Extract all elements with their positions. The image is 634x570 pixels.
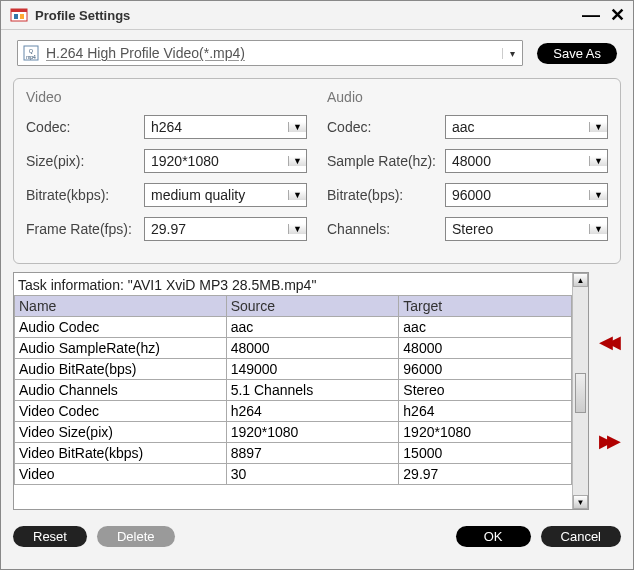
cell-source: 1920*1080	[226, 422, 399, 443]
video-framerate-label: Frame Rate(fps):	[26, 221, 144, 237]
col-source[interactable]: Source	[226, 296, 399, 317]
profile-dropdown[interactable]: Q mp4 H.264 High Profile Video(*.mp4) ▾	[17, 40, 523, 66]
window-title: Profile Settings	[35, 8, 572, 23]
table-row[interactable]: Audio Channels5.1 ChannelsStereo	[15, 380, 572, 401]
video-codec-value: h264	[145, 119, 288, 135]
video-bitrate-dropdown[interactable]: medium quality ▼	[144, 183, 307, 207]
cell-source: 5.1 Channels	[226, 380, 399, 401]
cell-name: Audio Codec	[15, 317, 227, 338]
audio-codec-value: aac	[446, 119, 589, 135]
cell-target: 29.97	[399, 464, 572, 485]
minimize-button[interactable]: —	[582, 6, 600, 24]
video-framerate-dropdown[interactable]: 29.97 ▼	[144, 217, 307, 241]
cell-source: 8897	[226, 443, 399, 464]
chevron-updown-icon: ▾	[502, 48, 518, 59]
cell-name: Video BitRate(kbps)	[15, 443, 227, 464]
chevron-down-icon: ▼	[589, 156, 607, 166]
audio-channels-label: Channels:	[327, 221, 445, 237]
cell-target: 15000	[399, 443, 572, 464]
cell-name: Video Size(pix)	[15, 422, 227, 443]
table-header-row: Name Source Target	[15, 296, 572, 317]
audio-bitrate-value: 96000	[446, 187, 589, 203]
footer: Reset Delete OK Cancel	[1, 518, 633, 557]
cancel-button[interactable]: Cancel	[541, 526, 621, 547]
audio-section: Audio Codec: aac ▼ Sample Rate(hz): 4800…	[327, 89, 608, 251]
cell-source: aac	[226, 317, 399, 338]
video-size-value: 1920*1080	[145, 153, 288, 169]
chevron-down-icon: ▼	[288, 156, 306, 166]
titlebar: Profile Settings — ✕	[1, 1, 633, 30]
cell-name: Video Codec	[15, 401, 227, 422]
cell-name: Audio SampleRate(hz)	[15, 338, 227, 359]
video-size-label: Size(pix):	[26, 153, 144, 169]
video-bitrate-label: Bitrate(kbps):	[26, 187, 144, 203]
profile-dropdown-text: H.264 High Profile Video(*.mp4)	[46, 45, 502, 61]
cell-name: Audio BitRate(bps)	[15, 359, 227, 380]
chevron-down-icon: ▼	[589, 190, 607, 200]
next-button[interactable]: ▶▶	[599, 430, 615, 452]
cell-name: Video	[15, 464, 227, 485]
video-codec-label: Codec:	[26, 119, 144, 135]
scroll-up-icon[interactable]: ▲	[573, 273, 588, 287]
audio-codec-label: Codec:	[327, 119, 445, 135]
profile-row: Q mp4 H.264 High Profile Video(*.mp4) ▾ …	[1, 30, 633, 72]
col-name[interactable]: Name	[15, 296, 227, 317]
audio-samplerate-dropdown[interactable]: 48000 ▼	[445, 149, 608, 173]
audio-samplerate-label: Sample Rate(hz):	[327, 153, 445, 169]
audio-channels-dropdown[interactable]: Stereo ▼	[445, 217, 608, 241]
mp4-icon: Q mp4	[22, 44, 40, 62]
cell-target: 96000	[399, 359, 572, 380]
scroll-thumb[interactable]	[575, 373, 586, 413]
table-row[interactable]: Audio Codecaacaac	[15, 317, 572, 338]
video-section: Video Codec: h264 ▼ Size(pix): 1920*1080…	[26, 89, 307, 251]
cell-source: 48000	[226, 338, 399, 359]
cell-target: h264	[399, 401, 572, 422]
task-table: Name Source Target Audio CodecaacaacAudi…	[14, 295, 572, 485]
svg-rect-3	[20, 14, 24, 19]
scroll-down-icon[interactable]: ▼	[573, 495, 588, 509]
audio-bitrate-dropdown[interactable]: 96000 ▼	[445, 183, 608, 207]
svg-rect-2	[14, 14, 18, 19]
cell-source: h264	[226, 401, 399, 422]
task-area: Task information: "AVI1 XviD MP3 28.5MB.…	[13, 272, 621, 510]
cell-target: Stereo	[399, 380, 572, 401]
reset-button[interactable]: Reset	[13, 526, 87, 547]
col-target[interactable]: Target	[399, 296, 572, 317]
profile-settings-window: Profile Settings — ✕ Q mp4 H.264 High Pr…	[0, 0, 634, 570]
chevron-down-icon: ▼	[589, 224, 607, 234]
table-row[interactable]: Audio SampleRate(hz)4800048000	[15, 338, 572, 359]
save-as-button[interactable]: Save As	[537, 43, 617, 64]
chevron-down-icon: ▼	[288, 122, 306, 132]
audio-channels-value: Stereo	[446, 221, 589, 237]
cell-target: 48000	[399, 338, 572, 359]
video-section-title: Video	[26, 89, 307, 105]
audio-bitrate-label: Bitrate(bps):	[327, 187, 445, 203]
video-framerate-value: 29.97	[145, 221, 288, 237]
chevron-down-icon: ▼	[589, 122, 607, 132]
cell-name: Audio Channels	[15, 380, 227, 401]
cell-target: aac	[399, 317, 572, 338]
close-button[interactable]: ✕	[610, 6, 625, 24]
video-size-dropdown[interactable]: 1920*1080 ▼	[144, 149, 307, 173]
table-row[interactable]: Video Codech264h264	[15, 401, 572, 422]
chevron-down-icon: ▼	[288, 190, 306, 200]
ok-button[interactable]: OK	[456, 526, 531, 547]
video-codec-dropdown[interactable]: h264 ▼	[144, 115, 307, 139]
chevron-down-icon: ▼	[288, 224, 306, 234]
table-row[interactable]: Audio BitRate(bps)14900096000	[15, 359, 572, 380]
nav-buttons: ◀◀ ▶▶	[593, 272, 621, 510]
task-table-wrap: Task information: "AVI1 XviD MP3 28.5MB.…	[13, 272, 589, 510]
svg-text:mp4: mp4	[26, 54, 36, 60]
table-row[interactable]: Video BitRate(kbps)889715000	[15, 443, 572, 464]
settings-panel: Video Codec: h264 ▼ Size(pix): 1920*1080…	[13, 78, 621, 264]
cell-source: 30	[226, 464, 399, 485]
cell-target: 1920*1080	[399, 422, 572, 443]
prev-button[interactable]: ◀◀	[599, 331, 615, 353]
table-row[interactable]: Video3029.97	[15, 464, 572, 485]
audio-codec-dropdown[interactable]: aac ▼	[445, 115, 608, 139]
scrollbar[interactable]: ▲ ▼	[572, 273, 588, 509]
audio-section-title: Audio	[327, 89, 608, 105]
app-icon	[9, 5, 29, 25]
table-row[interactable]: Video Size(pix)1920*10801920*1080	[15, 422, 572, 443]
delete-button[interactable]: Delete	[97, 526, 175, 547]
